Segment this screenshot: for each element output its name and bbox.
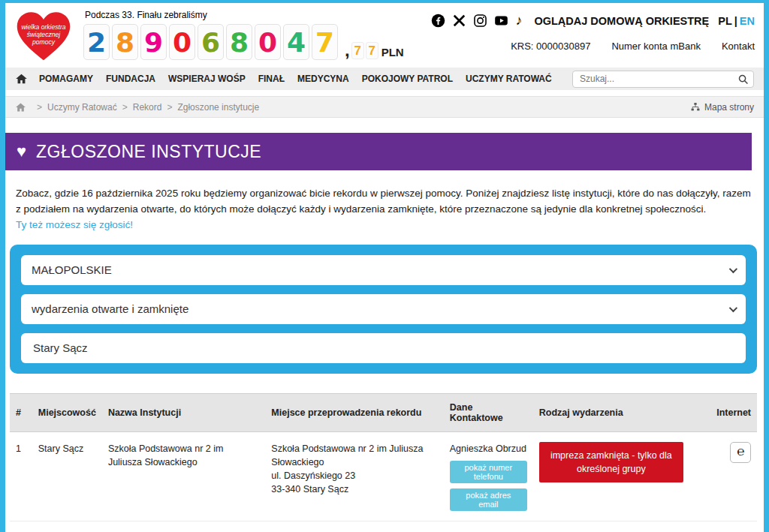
sitemap-label: Mapa strony [704, 102, 754, 113]
chevron-down-icon [729, 304, 737, 312]
col-header-event-type: Rodzaj wydarzenia [533, 393, 705, 431]
wosp-heart-logo[interactable]: wielka orkiestra świątecznej pomocy [13, 9, 74, 65]
spacer [5, 90, 764, 96]
intro-paragraph: Zobacz, gdzie 16 października 2025 roku … [16, 186, 753, 233]
counter-digit: 9 [140, 24, 167, 60]
language-switcher: PL|EN [718, 15, 755, 27]
nav-item-final[interactable]: FINAŁ [258, 74, 285, 84]
lang-en[interactable]: EN [740, 15, 755, 27]
sitemap-link[interactable]: Mapa strony [690, 102, 754, 113]
cell-event-type: impreza zamknięta - tylko dla określonej… [533, 431, 705, 521]
place-line: Szkoła Podstawowa nr 2 im Juliusza Słowa… [271, 442, 437, 469]
x-icon[interactable] [452, 14, 466, 28]
counter-digit: 2 [83, 24, 110, 60]
event-type-select[interactable]: wydarzenia otwarte i zamknięte [21, 294, 746, 324]
facebook-icon[interactable] [431, 14, 445, 28]
breadcrumb-item-zgloszone-instytucje: Zgłoszone instytucje [177, 102, 259, 113]
show-email-button[interactable]: pokaż adres email [450, 488, 527, 511]
breadcrumb-item-rekord[interactable]: Rekord [133, 102, 162, 113]
main-nav: POMAGAMY FUNDACJA WSPIERAJ WOŚP FINAŁ ME… [5, 68, 764, 90]
counter-decimal-digit: 7 [351, 42, 364, 59]
nav-item-pokojowy-patrol[interactable]: POKOJOWY PATROL [362, 74, 453, 84]
col-header-internet: Internet [704, 393, 757, 431]
contact-name: Agnieszka Obrzud [450, 442, 527, 455]
page-frame: wielka orkiestra świątecznej pomocy Podc… [0, 0, 769, 532]
youtube-icon[interactable] [494, 14, 508, 28]
counter-label: Podczas 33. Finału zebraliśmy [85, 10, 404, 20]
counter-digit: 7 [312, 24, 338, 60]
counter-digit: 8 [226, 24, 252, 60]
col-header-place: Miejsce przeprowadzenia rekordu [265, 393, 443, 431]
nav-item-medycyna[interactable]: MEDYCYNA [297, 74, 349, 84]
chevron-down-icon [729, 265, 737, 273]
lang-pl[interactable]: PL [718, 15, 732, 27]
counter-currency: PLN [381, 46, 404, 59]
results-section: # Miejscowość Nazwa Instytucji Miejsce p… [10, 393, 757, 521]
krs-number: KRS: 0000030897 [511, 41, 590, 52]
place-line: ul. Daszyńskiego 23 [271, 469, 437, 482]
nav-item-uczymy-ratowac[interactable]: UCZYMY RATOWAĆ [466, 74, 552, 84]
place-line: 33-340 Stary Sącz [271, 482, 437, 496]
home-icon[interactable] [15, 73, 28, 85]
nav-item-pomagamy[interactable]: POMAGAMY [39, 74, 93, 84]
bank-account-link[interactable]: Numer konta mBank [611, 41, 701, 52]
region-select[interactable]: MAŁOPOLSKIE [21, 255, 746, 285]
page-banner: ♥ ZGŁOSZONE INSTYTUCJE [5, 133, 752, 170]
counter-decimal-digit: 7 [366, 42, 378, 59]
lang-divider: | [734, 15, 737, 27]
region-select-value: MAŁOPOLSKIE [32, 263, 112, 276]
watch-home-orchestra-link[interactable]: OGLĄDAJ DOMOWĄ ORKIESTRĘ [534, 15, 709, 27]
search-icon[interactable] [737, 74, 749, 85]
institutions-table: # Miejscowość Nazwa Instytucji Miejsce p… [10, 393, 757, 521]
breadcrumb-item-uczymy-ratowac[interactable]: Uczymy Ratować [47, 102, 117, 113]
breadcrumb-home-icon[interactable] [15, 102, 26, 113]
col-header-num: # [10, 393, 32, 431]
svg-text:pomocy: pomocy [32, 38, 56, 46]
filter-panel: MAŁOPOLSKIE wydarzenia otwarte i zamknię… [10, 245, 757, 374]
city-search-field [21, 333, 746, 363]
counter-digit: 6 [198, 24, 224, 60]
instagram-icon[interactable] [473, 14, 487, 28]
tiktok-icon[interactable]: ♪ [515, 14, 522, 28]
site-header: wielka orkiestra świątecznej pomocy Podc… [5, 3, 764, 68]
page-title: ZGŁOSZONE INSTYTUCJE [36, 142, 261, 162]
table-row: 1 Stary Sącz Szkoła Podstawowa nr 2 im J… [10, 431, 757, 521]
counter-digit: 8 [112, 24, 138, 60]
search-input[interactable] [572, 71, 754, 88]
event-type-select-value: wydarzenia otwarte i zamknięte [32, 302, 188, 315]
counter-comma: , [345, 41, 350, 59]
cell-place: Szkoła Podstawowa nr 2 im Juliusza Słowa… [265, 431, 443, 521]
site-search [572, 71, 754, 88]
cell-city: Stary Sącz [32, 431, 102, 521]
contact-link[interactable]: Kontakt [722, 41, 755, 52]
counter-digit: 4 [283, 24, 309, 60]
col-header-institution: Nazwa Instytucji [102, 393, 265, 431]
website-link-icon[interactable]: ℮ [730, 442, 751, 463]
breadcrumb-separator: > [37, 102, 42, 113]
breadcrumb-separator: > [122, 102, 128, 113]
city-search-input[interactable] [32, 341, 735, 355]
cell-institution: Szkoła Podstawowa nr 2 im Juliusza Słowa… [102, 431, 265, 521]
counter-digit: 0 [169, 24, 195, 60]
cell-num: 1 [10, 431, 32, 521]
heart-icon: ♥ [17, 143, 26, 160]
table-header-row: # Miejscowość Nazwa Instytucji Miejsce p… [10, 393, 757, 431]
breadcrumb-separator: > [167, 102, 172, 113]
col-header-city: Miejscowość [32, 393, 102, 431]
sitemap-icon [690, 102, 701, 112]
nav-item-wspieraj-wosp[interactable]: WSPIERAJ WOŚP [168, 74, 246, 84]
social-icons: ♪ [431, 14, 522, 28]
counter-digit: 0 [255, 24, 281, 60]
signup-link[interactable]: Ty też możesz się zgłosić! [16, 219, 133, 230]
nav-item-fundacja[interactable]: FUNDACJA [106, 74, 155, 84]
col-header-contact: Dane Kontaktowe [444, 393, 533, 431]
event-type-badge[interactable]: impreza zamknięta - tylko dla określonej… [539, 442, 683, 482]
svg-text:świątecznej: świątecznej [27, 31, 62, 38]
svg-text:wielka orkiestra: wielka orkiestra [21, 23, 65, 31]
heart-logo-icon: wielka orkiestra świątecznej pomocy [13, 9, 74, 65]
breadcrumb: > Uczymy Ratować > Rekord > Zgłoszone in… [5, 96, 764, 118]
cell-contact: Agnieszka Obrzud pokaż numer telefonu po… [444, 431, 533, 521]
show-phone-button[interactable]: pokaż numer telefonu [450, 461, 527, 483]
donation-counter: Podczas 33. Finału zebraliśmy 2 8 9 0 6 … [83, 9, 404, 60]
cell-internet: ℮ [704, 431, 757, 521]
